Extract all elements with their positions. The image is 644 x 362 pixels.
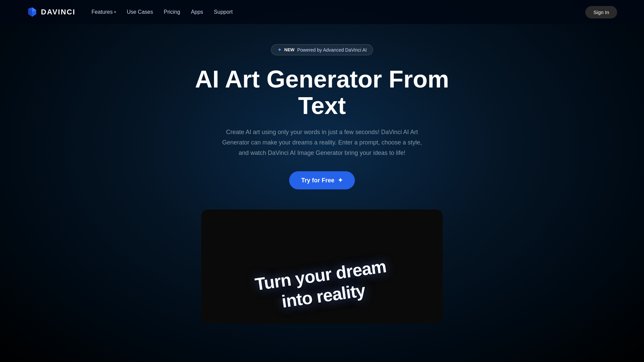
badge-new-label: NEW — [284, 47, 294, 52]
hero-section: ✦ NEW Powered by Advanced DaVinci AI AI … — [0, 24, 644, 209]
preview-text: Turn your dream into reality — [254, 256, 390, 316]
nav-features[interactable]: Features ▾ — [92, 9, 116, 15]
sign-in-button[interactable]: Sign In — [585, 6, 617, 18]
logo-icon — [27, 7, 38, 17]
chevron-down-icon: ▾ — [114, 10, 116, 14]
preview-card: Turn your dream into reality — [201, 209, 443, 323]
nav-links: Features ▾ Use Cases Pricing Apps Suppor… — [92, 9, 233, 15]
navbar: DAVINCI Features ▾ Use Cases Pricing App… — [0, 0, 644, 24]
nav-support[interactable]: Support — [214, 9, 233, 15]
try-free-label: Try for Free — [301, 177, 334, 184]
sparkle-icon: ✦ — [277, 47, 282, 53]
logo[interactable]: DAVINCI — [27, 7, 75, 17]
nav-apps[interactable]: Apps — [191, 9, 203, 15]
badge-text: Powered by Advanced DaVinci AI — [297, 47, 367, 53]
try-for-free-button[interactable]: Try for Free ✦ — [289, 171, 355, 189]
logo-text: DAVINCI — [41, 8, 75, 16]
hero-title: AI Art Generator From Text — [171, 66, 473, 119]
cta-sparkle-icon: ✦ — [338, 177, 343, 184]
hero-subtitle: Create AI art using only your words in j… — [218, 127, 426, 158]
new-badge: ✦ NEW Powered by Advanced DaVinci AI — [271, 44, 373, 55]
nav-left: DAVINCI Features ▾ Use Cases Pricing App… — [27, 7, 233, 17]
nav-pricing[interactable]: Pricing — [164, 9, 180, 15]
nav-use-cases[interactable]: Use Cases — [127, 9, 153, 15]
